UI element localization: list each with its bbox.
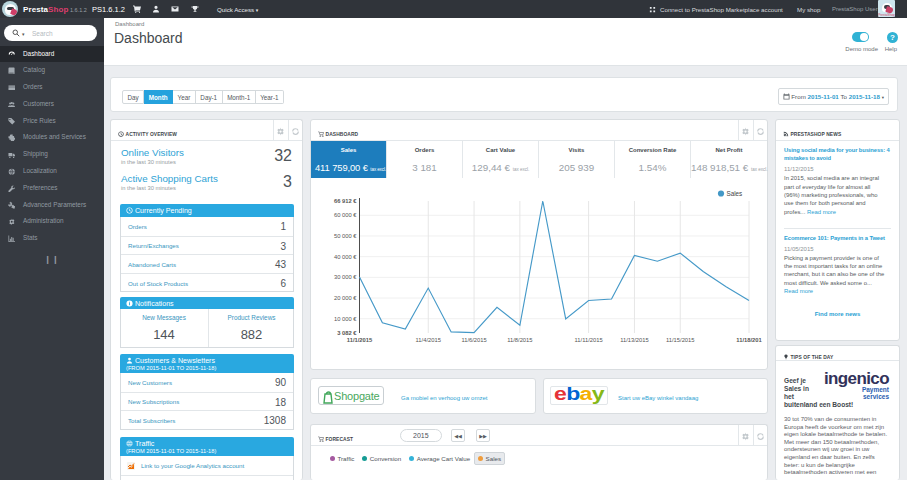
svg-text:66 912 €: 66 912 € [334, 198, 357, 204]
svg-text:11/1/2015: 11/1/2015 [347, 337, 373, 343]
svg-text:30 000 €: 30 000 € [334, 274, 357, 280]
svg-text:3 082 €: 3 082 € [337, 330, 357, 336]
svg-text:Sales: Sales [727, 190, 743, 197]
svg-text:11/4/2015: 11/4/2015 [416, 337, 441, 343]
svg-text:11/15/2015: 11/15/2015 [666, 337, 695, 343]
svg-text:11/11/2015: 11/11/2015 [575, 337, 603, 343]
svg-text:40 000 €: 40 000 € [334, 254, 357, 260]
svg-text:11/18/201: 11/18/201 [736, 337, 762, 343]
svg-text:20 000 €: 20 000 € [334, 295, 357, 301]
svg-text:11/6/2015: 11/6/2015 [461, 337, 486, 343]
svg-text:50 000 €: 50 000 € [334, 233, 357, 239]
svg-text:11/13/2015: 11/13/2015 [620, 337, 649, 343]
svg-text:60 000 €: 60 000 € [334, 212, 357, 218]
svg-text:11/8/2015: 11/8/2015 [507, 337, 532, 343]
svg-text:10 000 €: 10 000 € [334, 316, 357, 322]
